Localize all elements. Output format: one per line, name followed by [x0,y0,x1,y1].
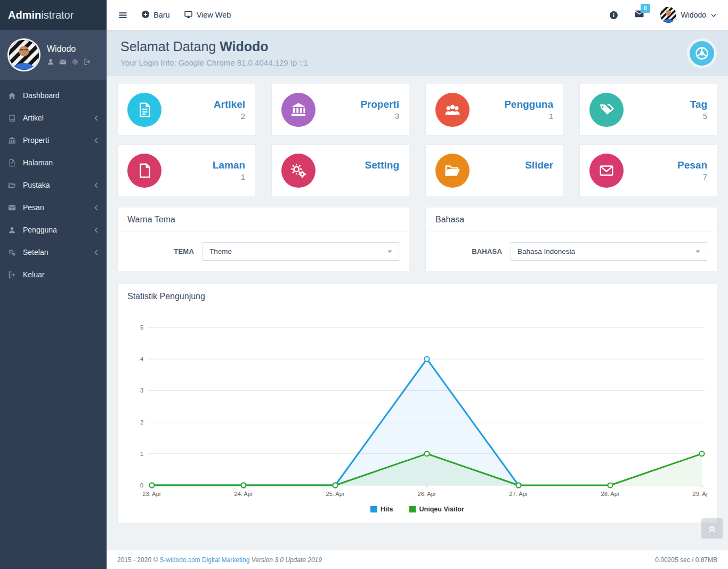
stat-cards: Artikel 2 Properti 3 [117,84,717,196]
chart-legend: Hits Uniqeu Visitor [126,503,708,523]
sidebar-item-keluar[interactable]: Keluar [0,263,107,286]
theme-select-value: Theme [209,247,232,255]
sidebar-profile: Widodo [0,30,107,80]
card-label: Slider [525,159,553,172]
user-menu[interactable]: Widodo [660,7,716,23]
card-label: Pengguna [504,98,553,111]
legend-label: Hits [381,506,393,513]
sidebar-item-label: Dashboard [23,91,99,100]
version-text: Version 3.0 Update 2019 [249,556,322,564]
legend-swatch [409,506,416,512]
svg-text:0: 0 [140,482,143,488]
info-icon[interactable] [609,11,618,20]
theme-select[interactable]: Theme [203,242,399,261]
card-label: Tag [690,98,707,111]
legend-label: Uniqeu Visitor [419,506,465,513]
gears-icon [281,154,316,188]
visitor-stats-panel: Statistik Pengunjung 01234523. Apr24. Ap… [117,284,717,523]
messages-button[interactable]: 0 [634,10,644,20]
mail-badge: 0 [641,4,650,13]
panel-title: Bahasa [426,207,717,231]
folder-open-icon [435,154,470,188]
sidebar-item-pustaka[interactable]: Pustaka [0,174,107,196]
plus-circle-icon [141,10,150,20]
svg-text:26. Apr: 26. Apr [418,491,436,497]
chevron-left-icon [94,115,99,121]
page-title: Selamat Datang Widodo [120,39,308,54]
panel-title: Warna Tema [118,207,409,231]
card-value: 2 [214,111,245,121]
legend-item-hits[interactable]: Hits [370,506,393,513]
card-pesan[interactable]: Pesan 7 [579,145,717,196]
file-text-icon [8,159,23,167]
card-text: Pesan 7 [677,159,707,182]
user-name: Widodo [681,11,706,19]
chevron-down-icon [711,11,716,19]
monitor-icon [184,10,193,20]
user-icon[interactable] [47,58,54,66]
chart-body: 01234523. Apr24. Apr25. Apr26. Apr27. Ap… [118,308,717,523]
card-label: Properti [360,98,399,111]
card-pengguna[interactable]: Pengguna 1 [425,84,563,135]
card-slider[interactable]: Slider [425,145,563,196]
footer-left: 2015 - 2020 © S-widodo.com Digital Marke… [117,556,322,564]
gears-icon [8,249,23,257]
svg-text:4: 4 [140,356,143,362]
chevron-left-icon [94,205,99,211]
sidebar-item-label: Properti [23,136,94,145]
copyright-text: 2015 - 2020 © [117,556,160,564]
user-icon [8,226,23,234]
card-laman[interactable]: Laman 1 [117,145,255,196]
card-tag[interactable]: Tag 5 [579,84,717,135]
view-web-button[interactable]: View Web [184,10,231,20]
caret-down-icon [387,250,392,253]
svg-text:23. Apr: 23. Apr [143,491,161,497]
mail-icon[interactable] [59,58,67,66]
new-button[interactable]: Baru [141,10,170,20]
sidebar-item-setelan[interactable]: Setelan [0,241,107,263]
avatar [660,7,676,23]
bank-icon [8,137,23,145]
scroll-top-button[interactable] [701,518,723,539]
card-properti[interactable]: Properti 3 [271,84,409,135]
footer: 2015 - 2020 © S-widodo.com Digital Marke… [107,550,728,569]
card-text: Tag 5 [690,98,707,122]
legend-item-unique-visitor[interactable]: Uniqeu Visitor [409,506,465,513]
visitor-line-chart: 01234523. Apr24. Apr25. Apr26. Apr27. Ap… [126,316,707,501]
sidebar-item-pesan[interactable]: Pesan [0,196,107,219]
language-select[interactable]: Bahasa Indonesia [511,242,707,261]
sidebar-item-halaman[interactable]: Halaman [0,151,107,174]
greeting-user: Widodo [220,39,268,54]
sidebar-item-artikel[interactable]: Artikel [0,107,107,129]
sidebar-item-properti[interactable]: Properti [0,129,107,151]
home-icon [8,92,23,100]
footer-stats: 0.00205 sec / 0.87MB [655,556,717,564]
chevron-left-icon [94,227,99,233]
brand[interactable]: Administrator [0,0,107,30]
card-text: Properti 3 [360,98,399,122]
view-web-label: View Web [197,11,231,19]
card-text: Artikel 2 [214,98,245,122]
card-text: Slider [525,159,553,182]
envelope-icon [589,154,624,188]
card-value: 3 [360,111,399,121]
chevron-left-icon [94,250,99,255]
hamburger-icon[interactable] [118,11,127,20]
sidebar-item-dashboard[interactable]: Dashboard [0,84,107,107]
card-setting[interactable]: Setting [271,145,409,196]
top-navbar: Baru View Web 0 [107,0,728,30]
brand-bold: Admin [8,9,41,21]
card-value: 1 [504,111,553,121]
sidebar-item-label: Pustaka [23,181,94,189]
theme-label: TEMA [127,247,194,255]
card-artikel[interactable]: Artikel 2 [117,84,255,135]
chevron-left-icon [94,138,99,143]
footer-link[interactable]: S-widodo.com Digital Marketing [160,556,250,564]
users-icon [435,93,470,127]
sidebar-item-label: Artikel [23,114,94,122]
sidebar-menu: Dashboard Artikel Properti Halaman Pusta… [0,80,107,286]
card-label: Pesan [677,159,707,172]
gear-icon[interactable] [71,58,79,66]
sidebar-item-pengguna[interactable]: Pengguna [0,219,107,241]
sign-out-icon[interactable] [84,58,91,66]
